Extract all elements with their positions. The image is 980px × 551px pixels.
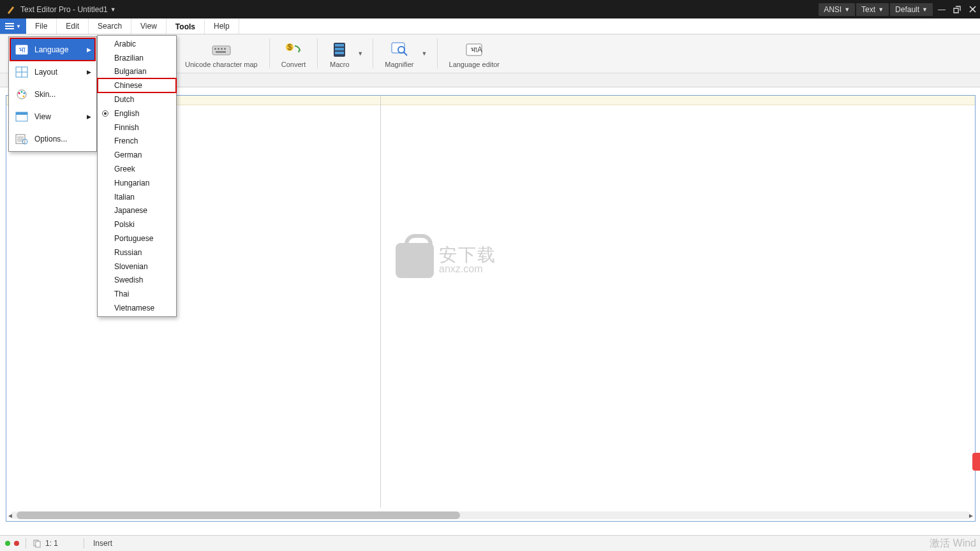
minimize-button[interactable]: —: [934, 2, 949, 17]
menu-item-view[interactable]: View ▶: [10, 105, 95, 128]
ribbon-magnifier[interactable]: Magnifier: [381, 40, 417, 68]
chevron-down-icon: ▼: [16, 24, 21, 29]
language-option-german[interactable]: German: [98, 148, 176, 162]
scroll-right-arrow-icon[interactable]: ►: [967, 511, 975, 519]
language-option-portuguese[interactable]: Portuguese: [98, 231, 176, 246]
hamburger-icon: [5, 23, 14, 29]
language-option-russian[interactable]: Russian: [98, 246, 176, 260]
menu-file[interactable]: File: [26, 18, 57, 34]
status-dot-green-icon[interactable]: [5, 541, 10, 546]
menu-item-language[interactable]: भा Language ▶: [10, 38, 95, 61]
svg-text:भा: भा: [19, 45, 26, 54]
language-option-label: French: [114, 136, 138, 145]
edge-badge-icon: [972, 453, 980, 471]
menu-item-label: Options...: [34, 135, 67, 143]
doc-dropdown-icon[interactable]: ▼: [110, 6, 116, 13]
chevron-down-icon: ▼: [922, 6, 928, 13]
language-option-arabic[interactable]: Arabic: [98, 37, 176, 51]
svg-rect-1: [214, 48, 216, 50]
encoding-text-button[interactable]: Text▼: [856, 3, 889, 16]
language-option-label: Polski: [114, 220, 135, 229]
language-option-label: Thai: [114, 290, 129, 298]
language-option-label: Bulgarian: [114, 67, 147, 76]
svg-rect-3: [221, 48, 223, 50]
magnifier-dropdown-icon[interactable]: ▼: [422, 50, 429, 57]
language-option-brazilian[interactable]: Brazilian: [98, 51, 176, 65]
language-option-thai[interactable]: Thai: [98, 287, 176, 301]
tools-dropdown-menu: भा Language ▶ Layout ▶ Skin... View ▶ Op…: [8, 36, 97, 152]
language-option-french[interactable]: French: [98, 135, 176, 149]
svg-text:A: A: [477, 45, 482, 54]
language-option-japanese[interactable]: Japanese: [98, 204, 176, 218]
horizontal-scrollbar[interactable]: ◄ ►: [10, 511, 971, 519]
status-position: 1: 1: [45, 539, 58, 548]
encoding-ansi-button[interactable]: ANSI▼: [819, 3, 855, 16]
scrollbar-thumb[interactable]: [17, 511, 460, 519]
chevron-down-icon: ▼: [878, 6, 884, 13]
language-option-greek[interactable]: Greek: [98, 162, 176, 176]
language-option-bulgarian[interactable]: Bulgarian: [98, 65, 176, 79]
language-option-label: Hungarian: [114, 179, 149, 187]
menu-edit[interactable]: Edit: [57, 18, 89, 34]
ribbon-unicode-map[interactable]: Unicode character map: [181, 40, 262, 68]
language-option-polski[interactable]: Polski: [98, 217, 176, 231]
radio-selected-icon: [102, 110, 108, 117]
encoding-default-button[interactable]: Default▼: [890, 3, 933, 16]
language-option-finnish[interactable]: Finnish: [98, 121, 176, 135]
language-option-label: German: [114, 151, 142, 159]
svg-rect-19: [36, 541, 40, 547]
app-icon: [5, 4, 17, 15]
status-dot-red-icon[interactable]: [14, 541, 19, 546]
language-option-italian[interactable]: Italian: [98, 190, 176, 204]
language-option-label: Slovenian: [114, 262, 148, 271]
submenu-arrow-icon: ▶: [87, 114, 91, 120]
menu-tools[interactable]: Tools: [167, 18, 205, 34]
language-option-dutch[interactable]: Dutch: [98, 92, 176, 107]
keyboard-icon: [211, 40, 232, 60]
ribbon-language-editor[interactable]: भाA Language editor: [445, 40, 504, 68]
language-option-slovenian[interactable]: Slovenian: [98, 260, 176, 274]
status-insert-mode: Insert: [93, 539, 112, 548]
language-option-label: Russian: [114, 248, 142, 257]
language-option-chinese[interactable]: Chinese: [98, 78, 176, 92]
macro-dropdown-icon[interactable]: ▼: [357, 50, 365, 57]
ribbon-macro[interactable]: Macro: [325, 40, 353, 68]
menu-bar: ▼ File Edit Search View Tools Help: [0, 18, 980, 34]
menu-item-label: View: [34, 112, 51, 121]
language-option-label: Arabic: [114, 40, 136, 48]
language-option-label: Dutch: [114, 95, 134, 104]
menu-item-label: Skin...: [34, 90, 56, 99]
options-icon: [14, 131, 29, 147]
close-button[interactable]: [965, 2, 980, 17]
language-option-label: Japanese: [114, 206, 147, 215]
menu-search[interactable]: Search: [89, 18, 131, 34]
macro-icon: [329, 40, 350, 60]
hamburger-menu-button[interactable]: ▼: [0, 18, 26, 34]
language-option-swedish[interactable]: Swedish: [98, 274, 176, 288]
submenu-arrow-icon: ▶: [87, 47, 91, 53]
status-bar: 1: 1 Insert 激活 Wind: [0, 535, 980, 551]
status-pages-icon[interactable]: [33, 539, 41, 548]
scroll-left-arrow-icon[interactable]: ◄: [6, 511, 14, 519]
language-editor-icon: भाA: [464, 40, 484, 60]
menu-item-layout[interactable]: Layout ▶: [10, 61, 95, 83]
window-title: Text Editor Pro - Untitled1: [20, 5, 108, 14]
language-option-label: Finnish: [114, 123, 139, 132]
ribbon-convert[interactable]: $ Convert: [278, 40, 310, 68]
svg-rect-10: [335, 48, 344, 50]
language-option-hungarian[interactable]: Hungarian: [98, 176, 176, 190]
menu-item-options[interactable]: Options...: [10, 128, 95, 150]
menu-help[interactable]: Help: [205, 18, 239, 34]
language-option-label: Italian: [114, 193, 135, 202]
language-option-vietnamese[interactable]: Vietnamese: [98, 301, 176, 315]
view-icon: [14, 109, 29, 124]
language-option-english[interactable]: English: [98, 107, 176, 121]
maximize-button[interactable]: [949, 2, 965, 17]
editor-split-divider[interactable]: [380, 96, 381, 508]
language-option-label: Greek: [114, 165, 135, 173]
svg-point-26: [21, 91, 23, 92]
menu-view[interactable]: View: [131, 18, 167, 34]
menu-item-skin[interactable]: Skin...: [10, 83, 95, 105]
language-icon: भा: [14, 42, 29, 57]
language-option-label: Portuguese: [114, 234, 153, 243]
